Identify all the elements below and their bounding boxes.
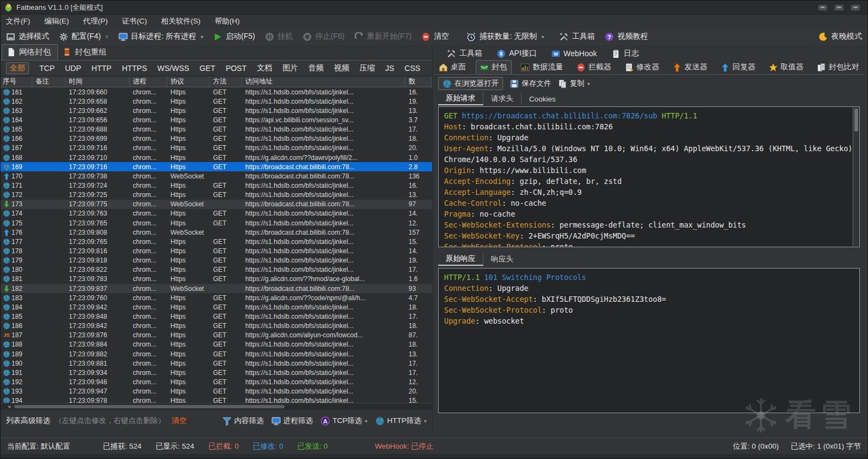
menu-item-3[interactable]: 证书(C) [122, 16, 147, 26]
tool-tab-API接口[interactable]: API接口 [497, 49, 537, 58]
maximize-button[interactable] [835, 5, 843, 10]
packet-row-175[interactable]: 17517:23:09:765chrom...HttpsGEThttps://s… [1, 218, 432, 228]
packet-row-181[interactable]: 18117:23:09:783chrom...HttpsGEThttps://g… [1, 275, 432, 284]
protocol-filter-视频[interactable]: 视频 [334, 63, 349, 73]
select-mode-button[interactable]: 选择模式 [6, 32, 49, 41]
packet-row-168[interactable]: 16817:23:09:710chrom...HttpsGEThttps://g… [1, 153, 432, 162]
horizontal-scrollbar[interactable] [1, 403, 432, 410]
menu-item-2[interactable]: 代理(P) [83, 16, 108, 26]
advanced-filter-clear-button[interactable]: 清空 [172, 416, 187, 426]
packet-row-183[interactable]: 18317:23:09:760chrom...HttpsGEThttps://g… [1, 293, 432, 302]
filter-button-内容筛选[interactable]: 内容筛选 [222, 416, 264, 426]
view-tab-封包比对[interactable]: 封包比对 [813, 61, 864, 74]
doc-tab-0[interactable]: 网络封包 [2, 44, 58, 60]
tool-tab-日志[interactable]: 日志 [611, 49, 639, 58]
packet-row-191[interactable]: 19117:23:09:934chrom...HttpsGEThttps://s… [1, 368, 432, 377]
packet-row-171[interactable]: 17117:23:09:724chrom...HttpsGEThttps://s… [1, 181, 432, 190]
response-tab-原始响应[interactable]: 原始响应 [438, 253, 483, 266]
config-button[interactable]: 配置(F4) ˅ [59, 32, 109, 41]
packet-row-190[interactable]: 19017:23:09:881chrom...HttpsGEThttps://s… [1, 359, 432, 368]
filter-button-TCP筛选[interactable]: ATCP筛选▾ [321, 416, 368, 426]
night-mode-button[interactable]: 夜晚模式 [819, 32, 862, 41]
filter-button-HTTP筛选[interactable]: HTTP筛选▾ [375, 416, 427, 426]
protocol-filter-压缩[interactable]: 压缩 [359, 63, 375, 73]
protocol-filter-图片[interactable]: 图片 [282, 63, 298, 73]
request-action-在浏览器打开[interactable]: 在浏览器打开 [438, 77, 503, 90]
column-header-4[interactable]: 协议 [167, 76, 210, 87]
protocol-filter-JS[interactable]: JS [385, 64, 394, 73]
column-header-6[interactable]: 访问地址 [242, 76, 405, 87]
request-tab-请求头[interactable]: 请求头 [483, 93, 522, 105]
close-button[interactable] [851, 5, 860, 10]
start-button[interactable]: 启动(F5) [213, 32, 255, 41]
filter-button-进程筛选[interactable]: 进程筛选 [271, 416, 313, 426]
view-tab-取值器[interactable]: 取值器 [765, 61, 808, 74]
packet-row-184[interactable]: 18417:23:09:842chrom...HttpsGEThttps://s… [1, 302, 432, 312]
column-header-7[interactable]: 数 [405, 76, 432, 87]
view-tab-桌面[interactable]: 桌面 [435, 61, 470, 74]
capture-count-select[interactable]: 捕获数量: 无限制 ▾ [467, 32, 544, 41]
toolbox-button[interactable]: 工具箱 [559, 32, 595, 41]
hscroll-thumb[interactable] [14, 405, 285, 408]
request-tab-原始请求[interactable]: 原始请求 [438, 92, 483, 105]
protocol-filter-文档[interactable]: 文档 [257, 63, 272, 73]
packet-row-174[interactable]: 17417:23:09:763chrom...HttpsGEThttps://s… [1, 209, 432, 218]
packet-row-165[interactable]: 16517:23:09:688chrom...HttpsGEThttps://s… [1, 125, 432, 134]
packet-row-185[interactable]: 18517:23:09:848chrom...HttpsGEThttps://s… [1, 312, 432, 321]
clear-button[interactable]: 清空 [421, 32, 449, 41]
packet-row-192[interactable]: 19217:23:09:946chrom...HttpsGEThttps://s… [1, 377, 432, 386]
menu-item-1[interactable]: 编辑(E) [44, 16, 69, 26]
view-tab-封包[interactable]: 封包 [476, 60, 512, 74]
protocol-filter-全部[interactable]: 全部 [6, 62, 29, 74]
column-header-1[interactable]: 备注 [32, 76, 66, 87]
protocol-filter-HTTPS[interactable]: HTTPS [122, 64, 147, 73]
packet-row-162[interactable]: 16217:23:09:658chrom...HttpsGEThttps://s… [1, 97, 432, 106]
packet-row-167[interactable]: 16717:23:09:716chrom...HttpsGEThttps://s… [1, 144, 432, 153]
protocol-filter-HTTP[interactable]: HTTP [92, 64, 112, 73]
packet-row-169[interactable]: 16917:23:09:716chrom...HttpsGEThttps://b… [1, 162, 432, 171]
response-tab-响应头[interactable]: 响应头 [483, 253, 521, 265]
packet-row-189[interactable]: 18917:23:09:882chrom...HttpsGEThttps://s… [1, 349, 432, 359]
packet-row-193[interactable]: 19317:23:09:947chrom...HttpsGEThttps://s… [1, 387, 432, 396]
packet-row-177[interactable]: 17717:23:09:765chrom...HttpsGEThttps://s… [1, 237, 432, 246]
target-process-select[interactable]: 目标进程: 所有进程 ▾ [119, 32, 204, 41]
request-tab-Cookies[interactable]: Cookies [522, 94, 564, 104]
view-tab-修改器[interactable]: 修改器 [621, 61, 664, 74]
protocol-filter-TCP[interactable]: TCP [39, 64, 55, 73]
protocol-filter-CSS[interactable]: CSS [405, 64, 421, 73]
tool-tab-工具箱[interactable]: 工具箱 [447, 49, 482, 58]
protocol-filter-UDP[interactable]: UDP [65, 64, 81, 73]
packet-row-173[interactable]: 17317:23:09:775chrom...WebSockethttps://… [1, 200, 432, 209]
protocol-filter-音频[interactable]: 音频 [308, 63, 323, 73]
packet-row-164[interactable]: 16417:23:09:656chrom...HttpsGEThttps://a… [1, 115, 432, 124]
tool-tab-WebHook[interactable]: WWebHook [551, 49, 597, 58]
column-header-2[interactable]: 时间 [66, 76, 129, 87]
request-action-复制[interactable]: 复制▾ [558, 79, 590, 88]
view-tab-数据流量[interactable]: 数据流量 [517, 61, 568, 74]
packet-row-180[interactable]: 18017:23:09:822chrom...HttpsGEThttps://s… [1, 265, 432, 275]
request-action-保存文件[interactable]: 保存文件 [510, 79, 551, 88]
raw-response-view[interactable]: HTTP/1.1 101 Switching ProtocolsConnecti… [438, 268, 860, 413]
packet-row-172[interactable]: 17217:23:09:725chrom...HttpsGEThttps://s… [1, 190, 432, 200]
vscroll-thumb[interactable] [854, 109, 858, 132]
video-tutorial-button[interactable]: ? 视频教程 [605, 32, 648, 41]
packet-row-161[interactable]: 16117:23:09:660chrom...HttpsGEThttps://s… [1, 87, 432, 97]
request-scrollbar[interactable] [853, 108, 859, 246]
packet-row-187[interactable]: JS18717:23:09:876chrom...HttpsGEThttps:/… [1, 331, 432, 340]
packet-row-163[interactable]: 16317:23:09:662chrom...HttpsGEThttps://s… [1, 106, 432, 115]
packet-row-176[interactable]: 17617:23:09:808chrom...WebSockethttps://… [1, 228, 432, 237]
packet-row-182[interactable]: 18217:23:09:837chrom...WebSockethttps://… [1, 284, 432, 293]
packet-row-188[interactable]: 18817:23:09:884chrom...HttpsGEThttps://s… [1, 340, 432, 349]
protocol-filter-POST[interactable]: POST [226, 64, 246, 73]
packet-row-170[interactable]: 17017:23:09:738chrom...WebSockethttps://… [1, 171, 432, 181]
view-tab-拦截器[interactable]: 拦截器 [573, 61, 616, 74]
doc-tab-1[interactable]: 封包重组 [58, 45, 113, 60]
column-header-5[interactable]: 方法 [210, 76, 242, 87]
view-tab-发送器[interactable]: 发送器 [669, 61, 712, 74]
packet-row-194[interactable]: 19417:23:09:978chrom...HttpsGEThttps://s… [1, 396, 432, 403]
column-header-0[interactable]: 序号 [1, 76, 32, 87]
minimize-button[interactable] [818, 5, 827, 10]
packet-row-186[interactable]: 18617:23:09:842chrom...HttpsGEThttps://s… [1, 321, 432, 331]
menu-item-4[interactable]: 相关软件(S) [161, 16, 200, 26]
view-tab-回复器[interactable]: 回复器 [717, 61, 760, 74]
